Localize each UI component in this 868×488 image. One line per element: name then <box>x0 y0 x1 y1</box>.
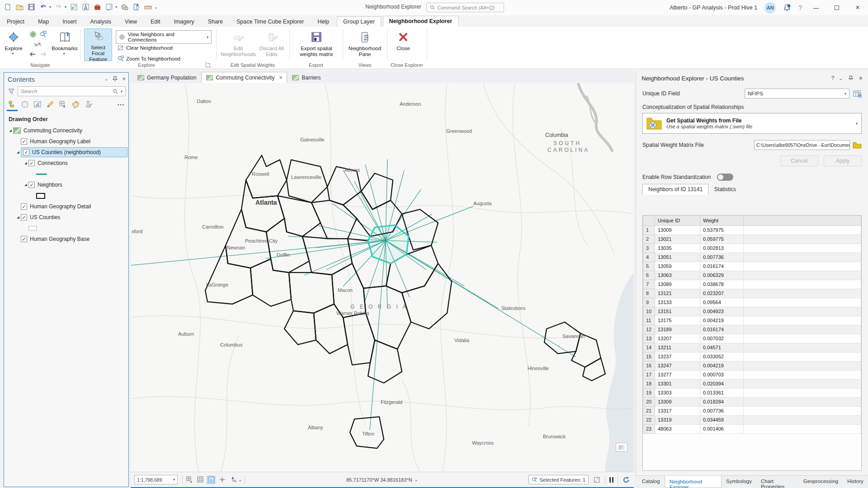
list-by-labeling-tab[interactable] <box>71 100 80 109</box>
list-by-selection-tab[interactable] <box>33 100 42 109</box>
pane-close-icon[interactable]: × <box>859 75 863 82</box>
next-extent-icon[interactable] <box>40 51 47 57</box>
full-extent-icon[interactable] <box>29 31 37 38</box>
table-row[interactable]: 5130590.016174 <box>643 262 861 271</box>
status-more-caret[interactable]: ⌄ <box>238 477 242 482</box>
add-data-icon[interactable] <box>70 3 78 11</box>
minimize-button[interactable]: — <box>809 5 823 11</box>
refresh-icon[interactable] <box>622 476 630 484</box>
contents-menu-caret[interactable]: ⌄ <box>104 76 108 81</box>
table-row[interactable]: 8131210.023207 <box>643 289 861 298</box>
table-row[interactable]: 2130210.059775 <box>643 235 861 244</box>
layer-visibility-checkbox[interactable]: ✓ <box>23 149 29 155</box>
edit-neighborhoods-button[interactable]: Edit Neighborhoods <box>221 28 256 61</box>
cancel-button[interactable]: Cancel <box>780 155 818 166</box>
table-row[interactable]: 6130630.006329 <box>643 271 861 280</box>
neighbors-tab-statistics[interactable]: Statistics <box>708 184 742 195</box>
list-by-snapping-tab[interactable] <box>58 100 67 109</box>
previous-extent-icon[interactable] <box>29 51 36 57</box>
apply-button[interactable]: Apply <box>824 155 862 166</box>
customize-qat-caret[interactable]: ⌄ <box>154 5 158 9</box>
dock-tab-geoprocessing[interactable]: Geoprocessing <box>799 476 843 488</box>
legend-swatch-row[interactable] <box>4 223 128 234</box>
ribbon-tab-project[interactable]: Project <box>1 17 30 27</box>
table-row[interactable]: 1130090.537975 <box>643 225 861 235</box>
help-icon[interactable]: ? <box>798 4 802 11</box>
table-row[interactable]: 16132470.004219 <box>643 361 861 370</box>
map-overview-button[interactable] <box>616 443 627 452</box>
ribbon-tab-share[interactable]: Share <box>202 17 229 27</box>
layer-item-us-counties-neighborhood-[interactable]: ◢✓US Counties (neighborhood) <box>4 147 128 158</box>
attributes-icon[interactable] <box>593 476 601 484</box>
map-tab-commuting-connectivity[interactable]: Commuting Connectivity× <box>201 72 287 83</box>
explore-button[interactable]: Explore ▾ <box>3 28 24 61</box>
zoom-to-selection-icon[interactable] <box>39 31 47 38</box>
contents-more-options[interactable]: ⋯ <box>117 100 125 109</box>
neighborhood-pane-button[interactable]: Neighborhood Pane <box>346 28 383 61</box>
catalog-icon[interactable] <box>132 3 141 11</box>
reset-panes-caret[interactable]: ▾ <box>115 5 117 9</box>
dock-tab-symbology[interactable]: Symbology <box>722 476 756 488</box>
undo-caret[interactable]: ▾ <box>49 5 51 9</box>
close-explorer-button[interactable]: Close <box>392 28 415 61</box>
layer-visibility-checkbox[interactable]: ✓ <box>21 214 27 221</box>
column-header-Weight[interactable]: Weight <box>700 216 744 225</box>
matrix-file-input[interactable]: C:\Users\albe9057\OneDrive - Esri\Docume… <box>754 140 850 150</box>
browse-folder-icon[interactable] <box>853 142 862 149</box>
unique-id-field-combo[interactable]: NFIPS ▾ <box>745 89 849 99</box>
selection-highlight-toggle[interactable] <box>207 476 215 484</box>
layer-item-neighbors[interactable]: ◢✓Neighbors <box>4 179 128 190</box>
export-spatial-weights-button[interactable]: Export spatial weights matrix <box>295 28 338 61</box>
dock-tab-chart-properties[interactable]: Chart Properties <box>756 476 799 488</box>
neighbors-tab-neighbors[interactable]: Neighbors of ID 13141 <box>642 184 708 195</box>
dock-tab-history[interactable]: History <box>843 476 868 488</box>
list-by-charts-tab[interactable] <box>84 100 93 109</box>
ribbon-tab-group-layer[interactable]: Group Layer <box>337 16 381 27</box>
table-row[interactable]: 17132770.000703 <box>643 370 861 379</box>
zoom-to-neighborhood-button[interactable]: Zoom To Neighborhood <box>118 56 180 62</box>
dock-tab-catalog[interactable]: Catalog <box>637 476 665 488</box>
map-tab-barriers[interactable]: Barriers <box>287 72 326 83</box>
table-row[interactable]: 14132110.04571 <box>643 343 861 352</box>
table-row[interactable]: 3130350.002813 <box>643 244 861 253</box>
layer-item-us-counties[interactable]: ◢✓US Counties <box>4 212 128 223</box>
map-canvas[interactable]: DaltonAndersonGreenwoodColumbiaSOUTHCARO… <box>131 83 634 472</box>
grid-icon[interactable] <box>196 476 204 484</box>
legend-swatch-row[interactable] <box>4 169 128 179</box>
crosshair-icon[interactable] <box>218 476 226 484</box>
layer-visibility-checkbox[interactable]: ✓ <box>21 138 27 145</box>
clear-neighborhood-button[interactable]: Clear Neighborhood <box>118 45 173 51</box>
layer-item-human-geography-label[interactable]: ✓Human Geography Label <box>4 136 128 147</box>
table-row[interactable]: 12131890.016174 <box>643 325 861 334</box>
map-coordinates[interactable]: 85.7171170°W 34.8816183°N ⌄ <box>346 477 418 483</box>
ribbon-tab-help[interactable]: Help <box>311 17 335 27</box>
redo-caret[interactable]: ▾ <box>65 5 66 9</box>
ribbon-tab-map[interactable]: Map <box>32 17 55 27</box>
measure-icon[interactable] <box>144 3 152 11</box>
command-search[interactable]: Command Search (Alt+Q) <box>426 3 504 12</box>
fixed-zoom-icons[interactable]: ⇲⇱ <box>34 42 42 47</box>
user-avatar[interactable]: AN <box>764 2 776 14</box>
undo-icon[interactable] <box>39 3 47 11</box>
layer-item-human-geography-detail[interactable]: ✓Human Geography Detail <box>4 201 128 212</box>
table-row[interactable]: 9131330.09564 <box>643 298 861 307</box>
new-project-icon[interactable] <box>4 3 12 11</box>
pane-menu-caret[interactable]: ⌄ <box>839 76 842 81</box>
ribbon-tab-imagery[interactable]: Imagery <box>168 17 200 27</box>
notifications-bell-icon[interactable] <box>783 4 791 12</box>
redo-icon[interactable] <box>54 3 63 11</box>
ribbon-tab-neighborhood-explorer[interactable]: Neighborhood Explorer <box>383 16 459 27</box>
bookmarks-button[interactable]: Bookmarks ▾ <box>51 28 79 61</box>
list-by-data-source-tab[interactable] <box>20 100 29 109</box>
layer-visibility-checkbox[interactable]: ✓ <box>21 203 27 210</box>
dock-tab-neighborhood-explorer[interactable]: Neighborhood Explorer <box>665 476 722 488</box>
list-by-editing-tab[interactable] <box>46 100 55 109</box>
map-tab-germany-population[interactable]: Germany Population <box>132 72 201 83</box>
select-focal-feature-button[interactable]: Select Focal Feature <box>84 28 112 61</box>
ribbon-tab-analysis[interactable]: Analysis <box>85 17 118 27</box>
table-row[interactable]: 10131510.004923 <box>643 307 861 316</box>
ribbon-tab-space-time-cube-explorer[interactable]: Space Time Cube Explorer <box>231 17 310 27</box>
restore-button[interactable] <box>830 5 844 11</box>
layer-item-commuting-connectivity[interactable]: ◢Commuting Connectivity <box>4 125 128 136</box>
neighbors-table-container[interactable]: Unique IDWeight 1130090.5379752130210.05… <box>642 215 862 471</box>
